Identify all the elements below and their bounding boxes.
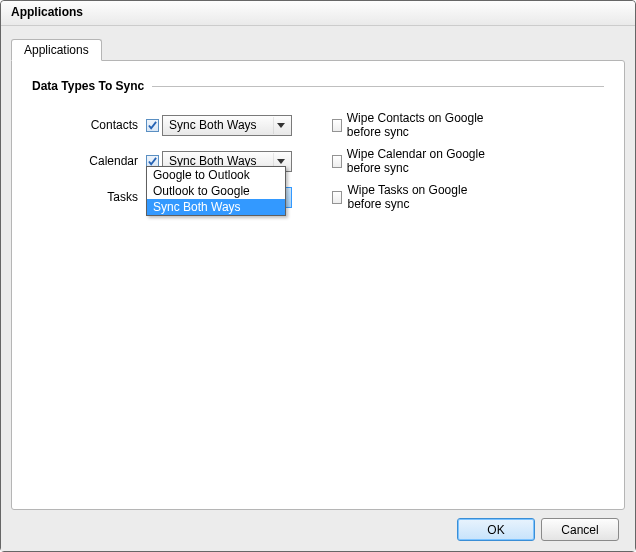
applications-dialog: Applications Applications Data Types To … — [0, 0, 636, 552]
dropdown-tasks-direction[interactable]: Google to Outlook Outlook to Google Sync… — [146, 166, 286, 216]
checkbox-wipe-calendar[interactable] — [332, 155, 342, 168]
combo-contacts-direction-label: Sync Both Ways — [169, 118, 273, 132]
dialog-buttons: OK Cancel — [11, 510, 625, 541]
svg-marker-0 — [277, 123, 285, 128]
label-wipe-contacts: Wipe Contacts on Google before sync — [347, 111, 490, 139]
tabstrip: Applications — [11, 38, 625, 60]
section-title: Data Types To Sync — [32, 79, 144, 93]
dropdown-option-outlook-to-google[interactable]: Outlook to Google — [147, 183, 285, 199]
ok-button[interactable]: OK — [457, 518, 535, 541]
checkbox-wipe-tasks[interactable] — [332, 191, 342, 204]
section-divider — [152, 86, 604, 87]
checkbox-contacts-enable[interactable] — [146, 119, 159, 132]
window-title: Applications — [1, 1, 635, 26]
cancel-button[interactable]: Cancel — [541, 518, 619, 541]
tab-panel-applications: Data Types To Sync Contacts Sync Both Wa… — [11, 60, 625, 510]
combo-contacts-direction[interactable]: Sync Both Ways — [162, 115, 292, 136]
section-header: Data Types To Sync — [32, 79, 604, 93]
sync-grid: Contacts Sync Both Ways — [32, 111, 604, 211]
row-label-tasks: Tasks — [32, 190, 142, 204]
chevron-down-icon — [273, 117, 288, 134]
svg-marker-1 — [277, 159, 285, 164]
dropdown-option-google-to-outlook[interactable]: Google to Outlook — [147, 167, 285, 183]
dropdown-option-sync-both-ways[interactable]: Sync Both Ways — [147, 199, 285, 215]
label-wipe-calendar: Wipe Calendar on Google before sync — [347, 147, 490, 175]
checkbox-wipe-contacts[interactable] — [332, 119, 342, 132]
row-label-contacts: Contacts — [32, 118, 142, 132]
row-label-calendar: Calendar — [32, 154, 142, 168]
label-wipe-tasks: Wipe Tasks on Google before sync — [347, 183, 490, 211]
tab-applications[interactable]: Applications — [11, 39, 102, 61]
client-area: Applications Data Types To Sync Contacts… — [1, 26, 635, 551]
